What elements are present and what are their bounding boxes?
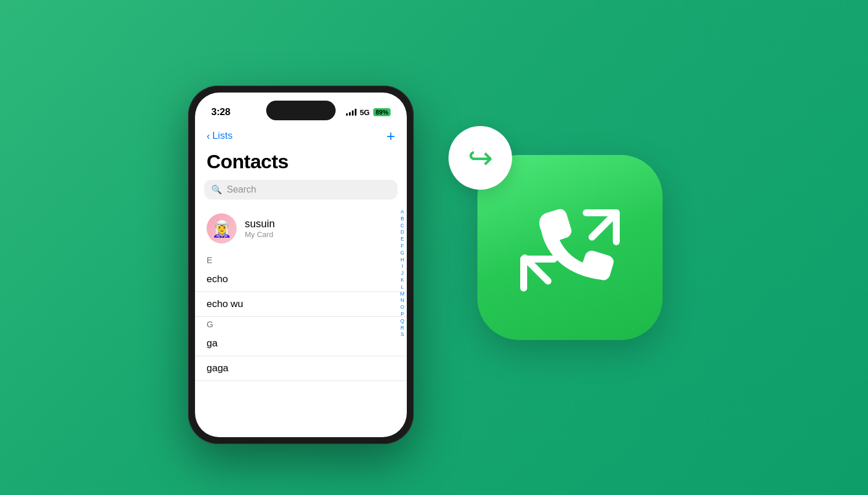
section-header-e: E — [195, 253, 407, 267]
page-title: Contacts — [195, 148, 407, 180]
battery-percent: 89% — [373, 108, 391, 116]
contact-item-echowu[interactable]: echo wu — [195, 292, 407, 317]
search-bar[interactable]: 🔍 Search — [204, 180, 398, 200]
signal-bar-2 — [349, 112, 351, 116]
svg-line-2 — [592, 214, 615, 237]
chevron-left-icon: ‹ — [207, 130, 210, 142]
nav-back-label[interactable]: Lists — [212, 130, 233, 142]
contact-item-ga[interactable]: ga — [195, 331, 407, 356]
contact-item-echo[interactable]: echo — [195, 267, 407, 292]
my-card-label: My Card — [245, 230, 275, 239]
signal-bars — [346, 109, 356, 116]
contact-item-gaga[interactable]: gaga — [195, 356, 407, 381]
phone-frame: 3:28 5G 89% ‹ — [188, 86, 414, 444]
app-icon — [477, 155, 663, 340]
dynamic-island — [266, 101, 336, 120]
back-button[interactable]: ‹ Lists — [207, 130, 233, 142]
contact-list: 🧝‍♀️ susuin My Card E echo echo wu G ga … — [195, 209, 407, 381]
phone-screen: 3:28 5G 89% ‹ — [195, 93, 407, 437]
reply-arrow-icon: ↩ — [468, 141, 493, 175]
my-card-name: susuin — [245, 218, 275, 230]
signal-bar-1 — [346, 113, 348, 116]
search-placeholder: Search — [227, 184, 256, 195]
add-contact-button[interactable]: + — [387, 128, 395, 143]
section-header-g: G — [195, 317, 407, 331]
app-icon-section: ↩ — [460, 138, 680, 357]
nav-bar: ‹ Lists + — [195, 126, 407, 148]
app-icon-svg — [506, 184, 634, 311]
status-icons: 5G 89% — [346, 108, 391, 117]
phone-mockup: 3:28 5G 89% ‹ — [188, 86, 414, 444]
my-card-info: susuin My Card — [245, 218, 275, 239]
alphabet-index[interactable]: A B C D E F G H I J K L M N O — [400, 209, 405, 381]
scene: 3:28 5G 89% ‹ — [0, 0, 868, 495]
search-icon: 🔍 — [211, 184, 222, 195]
status-5g: 5G — [360, 108, 370, 117]
avatar: 🧝‍♀️ — [207, 213, 237, 243]
status-time: 3:28 — [211, 106, 230, 118]
signal-bar-3 — [352, 110, 354, 116]
reply-badge: ↩ — [448, 126, 512, 190]
my-card[interactable]: 🧝‍♀️ susuin My Card — [195, 209, 407, 253]
signal-bar-4 — [355, 109, 356, 116]
